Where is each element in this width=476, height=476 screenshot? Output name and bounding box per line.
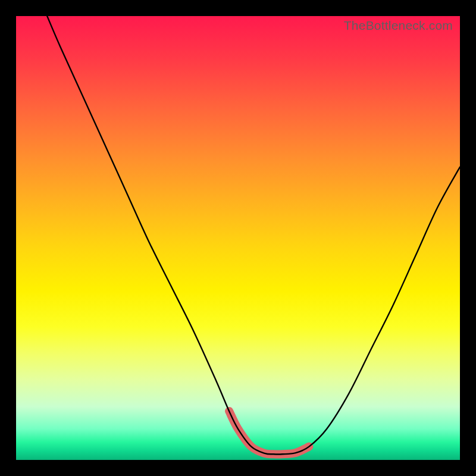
chart-svg [16,16,460,460]
plot-area: TheBottleneck.com [16,16,460,460]
chart-frame: TheBottleneck.com [0,0,476,476]
bottleneck-curve-path [47,16,460,455]
